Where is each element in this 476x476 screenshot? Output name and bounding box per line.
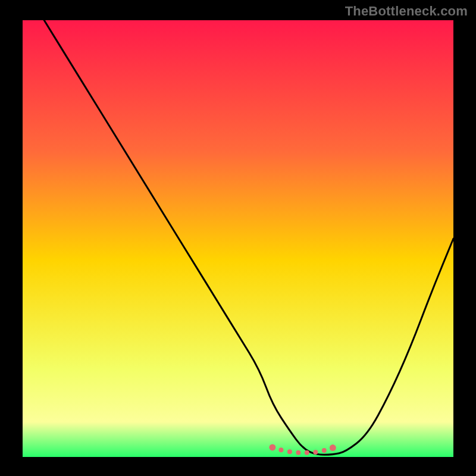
watermark-text: TheBottleneck.com [345, 4, 468, 19]
trough-dot [287, 449, 292, 454]
bottleneck-chart [0, 0, 476, 476]
trough-dot [330, 444, 336, 451]
trough-dot [313, 450, 318, 455]
trough-dot [322, 448, 327, 453]
trough-dot [305, 450, 309, 455]
trough-dot [269, 444, 275, 450]
trough-dot [296, 450, 300, 455]
chart-frame: TheBottleneck.com [0, 0, 476, 476]
trough-dot [278, 447, 283, 452]
gradient-plot-area [23, 20, 453, 457]
